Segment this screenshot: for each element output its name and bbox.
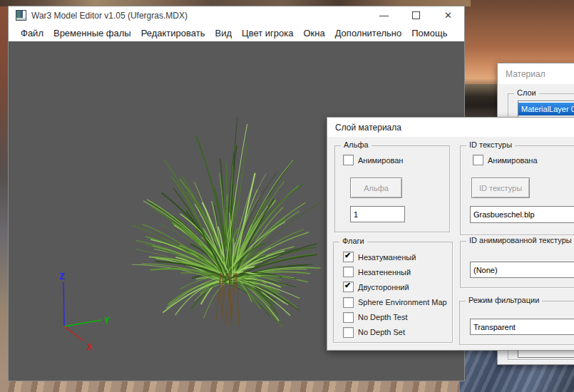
flag-row-5[interactable]: ✔No Depth Set (343, 327, 447, 338)
alpha-animated-checkbox-row[interactable]: ✔ Анимирован (343, 155, 403, 165)
filter-mode-group-label: Режим фильтрации (466, 296, 542, 304)
window-title: War3 Model Editor v1.05 (Ufergras.MDX) (31, 11, 188, 21)
menu-item-6[interactable]: Дополнительно (330, 26, 407, 41)
menu-item-1[interactable]: Временные фалы (48, 26, 136, 41)
axis-z-label: Z (59, 271, 65, 282)
texture-id-group-label: ID текстуры (466, 140, 515, 149)
checkmark-icon: ✔ (344, 251, 351, 260)
menu-item-5[interactable]: Окна (298, 26, 329, 41)
axis-y-label: Y (104, 315, 110, 326)
window-controls: — ✕ (368, 6, 464, 24)
checkmark-icon: ✔ (344, 281, 351, 290)
flag-label: Незатуманеный (358, 253, 416, 262)
flag-checkbox[interactable]: ✔ (343, 282, 354, 292)
texture-filename-field[interactable]: Grasbueschel.blp (470, 206, 574, 223)
flag-row-3[interactable]: ✔Sphere Environment Map (343, 297, 447, 308)
flag-checkbox[interactable]: ✔ (343, 297, 354, 308)
flag-row-4[interactable]: ✔No Depth Test (343, 312, 447, 323)
flag-checkbox[interactable]: ✔ (343, 252, 354, 262)
flag-row-1[interactable]: ✔Незатененный (343, 267, 447, 277)
menu-item-0[interactable]: Файл (16, 26, 48, 41)
flag-label: No Depth Test (358, 313, 408, 321)
material-layer-item-0[interactable]: MaterialLayer 0 (518, 103, 574, 115)
menu-item-3[interactable]: Вид (210, 26, 237, 41)
alpha-animated-checkbox[interactable]: ✔ (343, 155, 354, 165)
material-layer-dialog: Слой материала Альфа ✔ Анимирован Альфа … (327, 117, 574, 351)
title-bar[interactable]: War3 Model Editor v1.05 (Ufergras.MDX) —… (9, 6, 464, 24)
material-dialog-titlebar[interactable]: Материал (498, 63, 574, 84)
screen: War3 Model Editor v1.05 (Ufergras.MDX) —… (0, 0, 574, 392)
animated-texture-field[interactable]: (None) (470, 262, 574, 278)
axis-x-label: X (87, 341, 93, 352)
flag-label: Sphere Environment Map (358, 298, 447, 306)
layer-dialog-title: Слой материала (335, 123, 401, 133)
flags-group-label: Флаги (339, 237, 367, 245)
flag-label: Двусторонний (358, 283, 409, 292)
material-dialog-title: Материал (506, 69, 545, 79)
menu-bar: ФайлВременные фалыРедактироватьВидЦвет и… (9, 24, 464, 41)
maximize-button[interactable] (400, 6, 432, 24)
flag-checkbox[interactable]: ✔ (343, 312, 354, 323)
flag-row-0[interactable]: ✔Незатуманеный (343, 252, 447, 262)
alpha-value-field[interactable]: 1 (350, 206, 405, 222)
menu-item-4[interactable]: Цвет игрока (237, 26, 298, 41)
animated-texture-group-label: ID анимированной текстуры (466, 236, 574, 244)
alpha-button[interactable]: Альфа (350, 177, 402, 198)
texture-animated-checkbox[interactable]: ✔ (473, 155, 483, 165)
flags-checkbox-list: ✔Незатуманеный✔Незатененный✔Двусторонний… (343, 252, 447, 338)
flag-row-2[interactable]: ✔Двусторонний (343, 282, 447, 292)
layers-group-label: Слои (514, 88, 539, 97)
flag-label: No Depth Set (358, 328, 405, 336)
layer-dialog-titlebar[interactable]: Слой материала (327, 118, 574, 137)
flag-checkbox[interactable]: ✔ (343, 327, 354, 338)
filter-mode-field[interactable]: Transparent (470, 319, 574, 335)
texture-id-button[interactable]: ID текстуры (471, 177, 530, 198)
wallpaper-sand-strip (0, 380, 469, 392)
app-icon (16, 10, 26, 21)
flag-checkbox[interactable]: ✔ (343, 267, 354, 277)
maximize-icon (412, 11, 420, 19)
minimize-button[interactable]: — (368, 6, 400, 24)
flag-label: Незатененный (358, 268, 411, 277)
texture-animated-checkbox-row[interactable]: ✔ Анимирована (473, 155, 538, 165)
alpha-animated-label: Анимирован (358, 156, 403, 165)
texture-animated-label: Анимирована (488, 156, 538, 165)
menu-item-7[interactable]: Помощь (406, 26, 452, 41)
menu-item-2[interactable]: Редактировать (136, 26, 210, 41)
alpha-group-label: Альфа (341, 140, 371, 149)
close-button[interactable]: ✕ (432, 6, 464, 24)
